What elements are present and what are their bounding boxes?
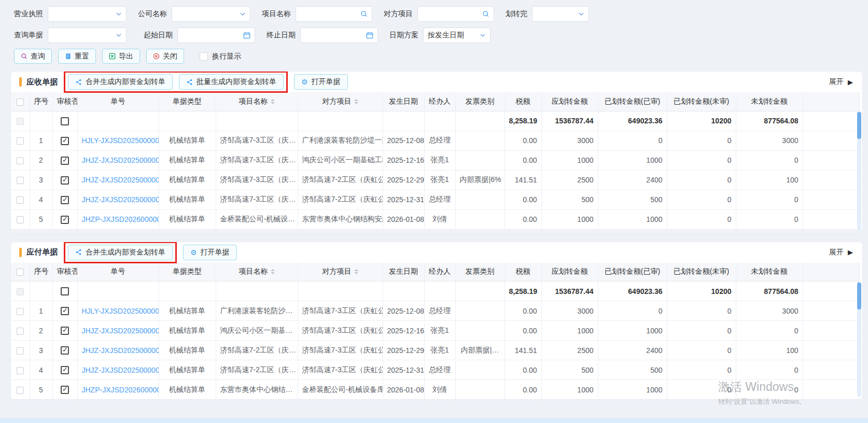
wrap-display-checkbox[interactable] [200, 52, 208, 61]
search-icon[interactable] [360, 10, 368, 18]
date-scheme-select[interactable]: 按发生日期 [423, 27, 491, 43]
transfer-done-select[interactable] [532, 6, 589, 22]
page-horizontal-scrollbar[interactable] [0, 418, 868, 423]
table-row: 1HJLY-JXJSD20250000001机械结算单济邹高速7-3工区（庆…广… [11, 131, 859, 150]
cell-handler: 刘倩 [424, 209, 455, 229]
cell-project: 鸿庆公司小区一期基… [216, 321, 298, 341]
horizontal-scrollbar[interactable] [11, 230, 862, 234]
calendar-icon[interactable] [243, 32, 250, 39]
sort-icon[interactable] [271, 267, 275, 276]
audit-checkbox[interactable] [61, 196, 69, 204]
cell-audit [52, 301, 77, 321]
table-row: 1HJLY-JXJSD20250000001机械结算单广利港滚装客轮防沙…济邹高… [11, 301, 859, 321]
doc-link[interactable]: JHZP-JXJSD20260000001 [82, 215, 159, 223]
scrollbar-thumb[interactable] [857, 112, 861, 139]
start-date-input[interactable] [177, 27, 255, 43]
business-license-select[interactable] [48, 6, 127, 22]
row-select-checkbox[interactable] [17, 387, 24, 394]
cell-pending: 0 [667, 380, 736, 400]
row-select-checkbox[interactable] [17, 308, 24, 315]
cell-counterpart: 济邹高速7-2工区（庆虹公 [298, 170, 383, 190]
cell-pending: 0 [667, 341, 736, 360]
doc-link[interactable]: JHJZ-JXJSD20250000005 [82, 195, 159, 204]
doc-link[interactable]: HJLY-JXJSD20250000001 [82, 307, 159, 315]
cell-date: 2025-12-29 [383, 170, 424, 190]
cell-approved: 1000 [598, 150, 667, 170]
sort-icon[interactable] [271, 97, 275, 106]
column-header-project[interactable]: 项目名称 [216, 263, 298, 281]
open-document-button[interactable]: ⚙ 打开单据 [183, 245, 237, 260]
end-date-input[interactable] [300, 27, 378, 43]
cell-project: 济邹高速7-3工区（庆… [216, 170, 298, 190]
audit-checkbox[interactable] [61, 327, 69, 335]
doc-link[interactable]: JHJZ-JXJSD20250000005 [82, 366, 159, 374]
audit-checkbox[interactable] [61, 117, 69, 125]
audit-checkbox[interactable] [61, 157, 69, 165]
batch-generate-transfer-button[interactable]: 批量生成内部资金划转单 [179, 74, 284, 90]
merge-generate-transfer-button[interactable]: 合并生成内部资金划转单 [68, 245, 173, 260]
cell-type: 机械结算单 [159, 360, 216, 380]
summary-cell-project [216, 281, 298, 301]
row-select-checkbox[interactable] [17, 157, 24, 164]
merge-generate-transfer-button[interactable]: 合并生成内部资金划转单 [68, 74, 173, 90]
expand-toggle[interactable]: 展开 ▶ [829, 248, 853, 257]
search-icon[interactable] [482, 10, 489, 18]
close-button[interactable]: 关闭 [146, 49, 184, 64]
sort-icon[interactable] [354, 97, 358, 106]
doc-link[interactable]: JHJZ-JXJSD20250000004 [82, 176, 159, 184]
query-button[interactable]: 查询 [14, 49, 52, 64]
column-header-counterpart[interactable]: 对方项目 [298, 263, 383, 281]
audit-checkbox[interactable] [61, 176, 69, 185]
row-checkbox-disabled [17, 288, 24, 295]
audit-checkbox[interactable] [61, 366, 69, 374]
row-select-checkbox[interactable] [17, 216, 24, 223]
summary-cell-tax: 8,258.19 [505, 111, 541, 131]
column-header-type: 单据类型 [159, 263, 216, 281]
vertical-scrollbar[interactable] [857, 111, 861, 231]
export-button[interactable]: 导出 [102, 49, 140, 64]
summary-cell-seq [30, 281, 52, 301]
cell-seq: 4 [30, 360, 52, 380]
project-name-input[interactable] [296, 6, 372, 22]
row-select-checkbox[interactable] [17, 137, 24, 145]
doc-link[interactable]: JHJZ-JXJSD20250000004 [82, 346, 159, 355]
vertical-scrollbar[interactable] [857, 281, 861, 397]
summary-cell-audit [52, 281, 77, 301]
query-doc-select[interactable] [48, 27, 127, 43]
open-document-button[interactable]: ⚙ 打开单据 [294, 74, 348, 90]
cell-invoice [455, 360, 505, 380]
cell-untransferred: 100 [736, 341, 803, 360]
select-all-checkbox[interactable] [17, 98, 24, 106]
audit-checkbox[interactable] [61, 346, 69, 355]
calendar-icon[interactable] [366, 32, 373, 39]
counterpart-project-input[interactable] [417, 6, 494, 22]
column-header-project[interactable]: 项目名称 [216, 92, 298, 111]
doc-link[interactable]: JHJZ-JXJSD20250000003 [82, 327, 159, 335]
select-all-checkbox[interactable] [17, 269, 24, 276]
audit-checkbox[interactable] [61, 386, 69, 394]
payable-section: 应付单据 合并生成内部资金划转单 ⚙ 打开单据 展开 ▶ 序号审核否单号单据类型… [10, 242, 863, 401]
scrollbar-thumb[interactable] [857, 283, 861, 309]
doc-link[interactable]: JHZP-JXJSD20260000001 [82, 386, 159, 394]
section-title-payable: 应付单据 [26, 247, 58, 257]
doc-link[interactable]: JHJZ-JXJSD20250000003 [82, 156, 159, 164]
company-name-select[interactable] [172, 6, 250, 22]
sort-icon[interactable] [354, 267, 358, 276]
row-select-checkbox[interactable] [17, 347, 24, 355]
column-header-counterpart[interactable]: 对方项目 [298, 92, 383, 111]
reset-button[interactable]: 重置 [58, 49, 96, 64]
cell-date: 2025-12-29 [383, 341, 424, 360]
expand-toggle[interactable]: 展开 ▶ [829, 77, 853, 87]
row-select-checkbox[interactable] [17, 196, 24, 204]
audit-checkbox[interactable] [61, 287, 69, 295]
doc-link[interactable]: HJLY-JXJSD20250000001 [82, 136, 159, 145]
summary-cell-counterpart [298, 111, 383, 131]
row-select-checkbox[interactable] [17, 367, 24, 374]
row-select-checkbox[interactable] [17, 177, 24, 184]
audit-checkbox[interactable] [61, 307, 69, 315]
audit-checkbox[interactable] [61, 216, 69, 224]
audit-checkbox[interactable] [61, 137, 69, 145]
row-select-checkbox[interactable] [17, 328, 24, 335]
summary-cell-untransferred: 877564.08 [736, 111, 803, 131]
cell-tax: 141.51 [505, 341, 541, 360]
